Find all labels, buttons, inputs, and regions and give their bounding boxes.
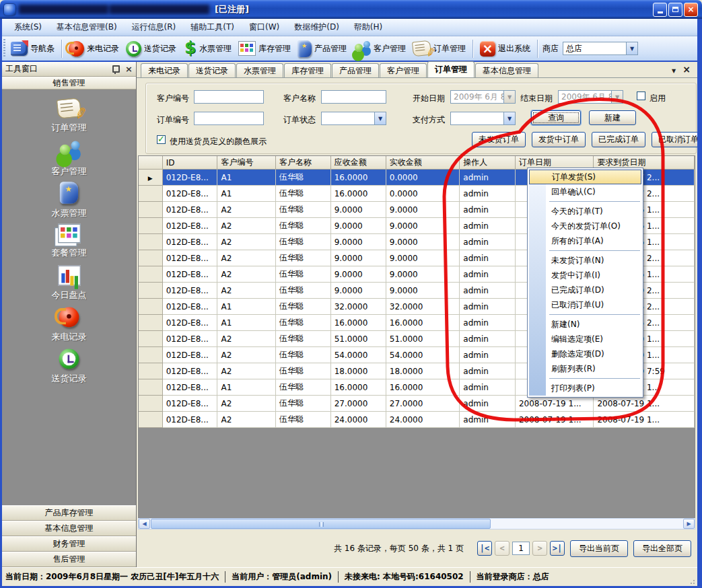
- context-menu-item[interactable]: 所有的订单(A): [529, 233, 641, 248]
- row-selector-cell[interactable]: [139, 218, 162, 234]
- tab-基本信息管理[interactable]: 基本信息管理: [475, 63, 538, 77]
- row-selector-cell[interactable]: [139, 412, 162, 428]
- table-row[interactable]: 012D-E8...A2伍华聪27.000027.0000admin2008-0…: [139, 396, 695, 412]
- sidebar-group-bar[interactable]: 售后管理: [2, 552, 136, 567]
- toolbar-water-ticket-button[interactable]: 水票管理: [180, 38, 235, 59]
- maximize-button[interactable]: [668, 3, 682, 17]
- page-number-input[interactable]: [512, 542, 530, 555]
- status-filter-button[interactable]: 未发货订单: [472, 132, 526, 147]
- tab-送货记录[interactable]: 送货记录: [188, 63, 236, 77]
- row-selector-cell[interactable]: [139, 315, 162, 331]
- tab-产品管理[interactable]: 产品管理: [332, 63, 379, 77]
- toolbar-incoming-call-button[interactable]: 来电记录: [65, 40, 122, 58]
- enable-checkbox[interactable]: [637, 91, 645, 100]
- tab-来电记录[interactable]: 来电记录: [141, 63, 188, 77]
- minimize-button[interactable]: [653, 3, 667, 17]
- customer-name-input[interactable]: [321, 90, 386, 104]
- column-header[interactable]: ID: [162, 156, 217, 170]
- sidebar-item-customer[interactable]: 客户管理: [19, 139, 120, 180]
- pin-icon[interactable]: [112, 65, 120, 73]
- tool-window-close-icon[interactable]: ×: [125, 65, 133, 73]
- tab-库存管理[interactable]: 库存管理: [284, 63, 331, 77]
- row-selector-cell[interactable]: [139, 283, 162, 299]
- sidebar-item-order[interactable]: 订单管理: [19, 97, 120, 139]
- tab-水票管理[interactable]: 水票管理: [236, 63, 283, 77]
- menubar-item[interactable]: 辅助工具(T): [183, 19, 242, 36]
- prev-page-button[interactable]: <: [495, 541, 510, 556]
- customer-no-input[interactable]: [194, 90, 264, 104]
- column-header[interactable]: 客户名称: [275, 156, 330, 170]
- first-page-button[interactable]: |<: [477, 541, 492, 556]
- query-button[interactable]: 查询: [531, 110, 581, 125]
- sidebar-group-bar[interactable]: 产品库存管理: [2, 505, 136, 521]
- tab-dropdown-icon[interactable]: [672, 65, 676, 75]
- context-menu-item[interactable]: 今天的发货订单(O): [529, 219, 641, 233]
- context-menu-item[interactable]: 订单发货(S): [529, 170, 641, 184]
- column-header[interactable]: 客户编号: [217, 156, 275, 170]
- context-menu-item[interactable]: 新建(N): [529, 317, 641, 332]
- context-menu-item[interactable]: 已完成订单(D): [529, 283, 641, 297]
- scroll-right-icon[interactable]: ▶: [683, 519, 695, 529]
- menubar-item[interactable]: 运行信息(R): [125, 19, 184, 36]
- new-button[interactable]: 新建: [589, 110, 636, 125]
- status-filter-button[interactable]: 已取消订单: [652, 132, 702, 147]
- sidebar-item-combo-package[interactable]: 套餐管理: [19, 222, 120, 264]
- row-selector-cell[interactable]: [139, 250, 162, 266]
- sidebar-item-incoming-call[interactable]: 来电记录: [19, 305, 120, 347]
- toolbar-inventory-button[interactable]: 库存管理: [235, 40, 294, 57]
- horizontal-scrollbar[interactable]: ◀ ▶: [138, 518, 695, 529]
- toolbar-order-button[interactable]: 订单管理: [409, 40, 469, 57]
- row-selector-cell[interactable]: [139, 299, 162, 315]
- resize-grip[interactable]: [690, 578, 697, 585]
- row-selector-cell[interactable]: [139, 266, 162, 283]
- scrollbar-track[interactable]: [150, 519, 683, 529]
- toolbar-grip[interactable]: [3, 39, 5, 58]
- toolbar-product-button[interactable]: 产品管理: [294, 39, 350, 59]
- column-header[interactable]: 实收金额: [386, 156, 460, 170]
- sidebar-item-daily-stock[interactable]: 今日盘点: [19, 264, 120, 305]
- context-menu-item[interactable]: 打印列表(P): [529, 381, 641, 396]
- sidebar-group-bar[interactable]: 财务管理: [2, 536, 136, 552]
- row-selector-cell[interactable]: [139, 170, 162, 186]
- export-current-page-button[interactable]: 导出当前页: [570, 540, 628, 557]
- context-menu-item[interactable]: 发货中订单(I): [529, 268, 641, 283]
- context-menu-item[interactable]: 删除选定项(D): [529, 346, 641, 361]
- column-header[interactable]: 应收金额: [330, 156, 386, 170]
- scrollbar-thumb[interactable]: [151, 519, 491, 529]
- context-menu-item[interactable]: 刷新列表(R): [529, 361, 641, 376]
- pay-method-select[interactable]: ▼: [450, 112, 516, 125]
- scroll-left-icon[interactable]: ◀: [139, 519, 150, 529]
- tab-close-icon[interactable]: [682, 65, 691, 75]
- row-selector-cell[interactable]: [139, 234, 162, 250]
- context-menu-item[interactable]: 已取消订单(U): [529, 297, 641, 312]
- tab-订单管理[interactable]: 订单管理: [427, 61, 475, 77]
- sidebar-group-bar[interactable]: 基本信息管理: [2, 521, 136, 536]
- sidebar-item-water-ticket-book[interactable]: 水票管理: [19, 180, 120, 222]
- row-selector-cell[interactable]: [139, 331, 162, 347]
- menubar-item[interactable]: 系统(S): [7, 19, 49, 36]
- shop-select[interactable]: 总店▼: [563, 42, 638, 55]
- context-menu-item[interactable]: 今天的订单(T): [529, 204, 641, 219]
- sidebar-item-delivery-record[interactable]: 送货记录: [19, 347, 120, 389]
- close-button[interactable]: ×: [684, 3, 698, 17]
- row-selector-cell[interactable]: [139, 186, 162, 202]
- context-menu-item[interactable]: 未发货订单(N): [529, 253, 641, 268]
- toolbar-exit-button[interactable]: 退出系统: [477, 40, 534, 58]
- toolbar-delivery-record-button[interactable]: 送货记录: [122, 40, 180, 58]
- last-page-button[interactable]: >|: [550, 541, 565, 556]
- toolbar-navigator-button[interactable]: 导航条: [7, 40, 58, 57]
- toolbar-customer-button[interactable]: 客户管理: [350, 39, 409, 59]
- next-page-button[interactable]: >: [532, 541, 547, 556]
- row-selector-cell[interactable]: [139, 379, 162, 396]
- column-header[interactable]: 操作人: [460, 156, 516, 170]
- tab-客户管理[interactable]: 客户管理: [380, 63, 427, 77]
- menubar-item[interactable]: 帮助(H): [347, 19, 390, 36]
- menubar-item[interactable]: 数据维护(D): [287, 19, 347, 36]
- export-all-pages-button[interactable]: 导出全部页: [633, 540, 691, 557]
- status-filter-button[interactable]: 已完成订单: [592, 132, 645, 147]
- status-filter-button[interactable]: 发货中订单: [532, 132, 586, 147]
- menubar-item[interactable]: 基本信息管理(B): [49, 19, 125, 36]
- row-selector-cell[interactable]: [139, 396, 162, 412]
- context-menu-item[interactable]: 编辑选定项(E): [529, 332, 641, 346]
- end-date-picker[interactable]: 2009年 6月 8日 ▼: [558, 90, 623, 104]
